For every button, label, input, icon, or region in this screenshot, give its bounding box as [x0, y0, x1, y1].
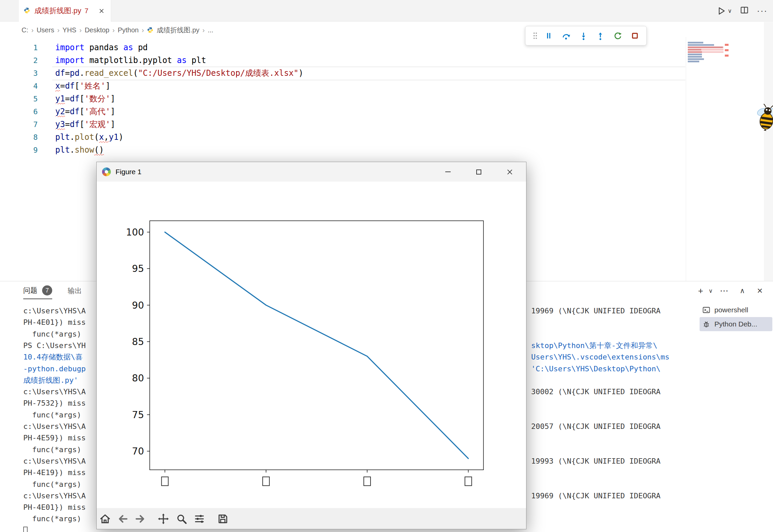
breadcrumb-item[interactable]: Desktop	[85, 26, 109, 34]
debug-step-over-button[interactable]	[559, 29, 573, 43]
minimap-line	[688, 46, 723, 48]
zoom-icon[interactable]	[174, 512, 189, 526]
terminal-list-item[interactable]: Python Deb...	[700, 317, 772, 331]
minimap-line-bar	[688, 46, 723, 48]
terminal-icon	[702, 306, 710, 314]
code-line[interactable]: 4x=df['姓名']	[0, 80, 303, 92]
breadcrumb-item[interactable]: Users	[37, 26, 54, 34]
save-icon[interactable]	[216, 512, 230, 526]
close-icon	[507, 169, 513, 175]
y-tick-label: 70	[132, 446, 144, 457]
terminal-line: func(*args)	[23, 479, 81, 490]
forward-icon[interactable]	[133, 512, 147, 526]
new-terminal-icon[interactable]: +	[695, 285, 706, 297]
code-line[interactable]: 6y2=df['高代']	[0, 105, 303, 118]
back-icon[interactable]	[116, 512, 130, 526]
breadcrumb-separator: ›	[57, 26, 60, 34]
minimap-line-bar	[688, 54, 702, 55]
figure-toolbar	[97, 508, 526, 529]
problems-count-badge: 7	[42, 285, 52, 295]
window-minimize-button[interactable]	[437, 162, 459, 182]
panel-tab-problems[interactable]: 问题 7	[23, 285, 52, 299]
code-line[interactable]: 9plt.show()	[0, 144, 303, 156]
figure-window[interactable]: Figure 1 707580859095100	[96, 162, 526, 529]
breadcrumb-item[interactable]: Python	[118, 26, 138, 34]
code-token: .	[79, 68, 84, 78]
terminal-line: 成绩折线图.py'	[23, 375, 78, 386]
code-area[interactable]: 1import pandas as pd2import matplotlib.p…	[0, 41, 303, 156]
tab-close-icon[interactable]	[97, 6, 106, 15]
panel-tab-output-label: 输出	[68, 286, 82, 295]
code-token: read_excel	[85, 68, 133, 78]
terminal-line: c:\Users\YHS\A19969 (\N{CJK UNIFIED IDEO…	[23, 305, 86, 317]
home-icon[interactable]	[98, 512, 112, 526]
debug-restart-button[interactable]	[611, 29, 625, 43]
terminal-sidebar: + ∨ ⋯ ∧ × powershellPython Deb...	[695, 281, 773, 532]
line-number: 2	[0, 54, 38, 67]
code-token: .	[70, 145, 74, 155]
breadcrumb-item[interactable]: ...	[208, 26, 214, 34]
terminal-list-item[interactable]: powershell	[700, 303, 772, 317]
debug-pause-button[interactable]	[542, 29, 556, 43]
breadcrumb-item[interactable]: 成绩折线图.py	[157, 26, 199, 35]
terminal-text-right: sktop\Python\第十章-文件和异常\	[531, 340, 657, 351]
editor-tab[interactable]: 成绩折线图.py 7	[19, 0, 111, 22]
editor-scrollbar[interactable]	[764, 22, 773, 281]
panel-maximize-icon[interactable]: ∧	[737, 285, 748, 297]
vscode-window: 成绩折线图.py 7 ∨ ··· C:›Users›YHS›Desktop›Py…	[0, 0, 773, 532]
breadcrumb-item[interactable]: C:	[22, 26, 28, 34]
panel-tab-problems-label: 问题	[23, 286, 37, 295]
panel-close-icon[interactable]: ×	[754, 285, 766, 297]
code-line[interactable]: 1import pandas as pd	[0, 41, 303, 54]
minimap-line-bar	[688, 56, 702, 58]
window-close-button[interactable]	[499, 162, 520, 182]
minimap-line-bar	[688, 44, 714, 46]
debug-drag-handle-icon[interactable]	[528, 29, 542, 43]
terminal-line: c:\Users\YHS\A19993 (\N{CJK UNIFIED IDEO…	[23, 456, 86, 467]
pan-icon[interactable]	[156, 512, 170, 526]
more-actions-icon[interactable]: ···	[757, 6, 768, 16]
terminal-text-left: PH-4E01}) miss	[23, 318, 86, 326]
code-token: ()	[94, 145, 104, 155]
figure-window-title: Figure 1	[116, 162, 141, 182]
window-maximize-button[interactable]	[468, 162, 489, 182]
panel-tab-output[interactable]: 输出	[68, 286, 82, 299]
split-editor-icon	[740, 6, 749, 14]
maximize-icon	[476, 169, 481, 175]
code-token: =	[65, 94, 70, 103]
y-tick-label: 85	[132, 336, 144, 347]
line-number: 3	[0, 67, 38, 80]
terminal-text-left: PH-4E59}) miss	[23, 434, 86, 442]
run-dropdown-icon[interactable]: ∨	[728, 7, 732, 14]
terminal-cursor[interactable]	[23, 527, 28, 532]
minimap-line-bar	[688, 42, 703, 43]
breadcrumb-item[interactable]: YHS	[63, 26, 76, 34]
code-line[interactable]: 5y1=df['数分']	[0, 92, 303, 105]
run-button[interactable]: ∨	[717, 6, 732, 15]
code-line[interactable]: 7y3=df['宏观']	[0, 118, 303, 131]
terminal-more-icon[interactable]: ⋯	[718, 285, 730, 297]
debug-step-out-button[interactable]	[593, 29, 607, 43]
code-line[interactable]: 3df=pd.read_excel("C:/Users/YHS/Desktop/…	[0, 67, 303, 80]
code-token: pd	[70, 68, 79, 78]
debug-step-into-button[interactable]	[576, 29, 590, 43]
minimap[interactable]	[688, 42, 723, 63]
code-line[interactable]: 2import matplotlib.pyplot as plt	[0, 54, 303, 67]
breadcrumb[interactable]: C:›Users›YHS›Desktop›Python›成绩折线图.py›...	[22, 23, 213, 37]
line-number: 4	[0, 80, 38, 93]
figure-title-bar[interactable]: Figure 1	[97, 162, 526, 182]
terminal-text-left: func(*args)	[23, 411, 81, 419]
configure-subplots-icon[interactable]	[192, 512, 206, 526]
code-token: df	[55, 68, 65, 78]
terminal-line: c:\Users\YHS\A30002 (\N{CJK UNIFIED IDEO…	[23, 386, 86, 398]
terminal-text-right: 19969 (\N{CJK UNIFIED IDEOGRA	[531, 490, 661, 502]
split-editor-button[interactable]	[740, 6, 749, 16]
debug-toolbar	[525, 26, 647, 45]
code-line[interactable]: 8plt.plot(x,y1)	[0, 131, 303, 144]
code-token: [	[79, 120, 84, 129]
line-number: 6	[0, 105, 38, 118]
debug-stop-button[interactable]	[628, 29, 642, 43]
code-token: [	[79, 94, 84, 103]
terminal-dropdown-icon[interactable]: ∨	[705, 285, 716, 297]
minimap-line-bar	[688, 58, 704, 60]
